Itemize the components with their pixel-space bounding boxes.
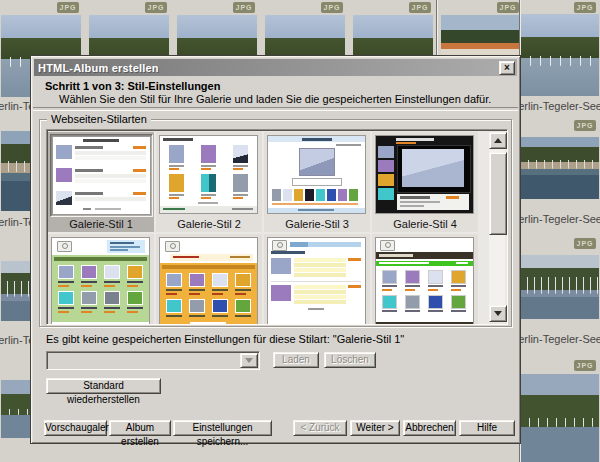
no-saved-settings-text: Es gibt keine gespeicherten Einstellunge… — [46, 333, 404, 345]
style-preview-8 — [375, 237, 474, 325]
html-album-dialog: HTML-Album erstellen × Schritt 1 von 3: … — [30, 55, 521, 444]
camera-logo-icon — [57, 241, 72, 252]
style-preview-4 — [375, 135, 474, 214]
dialog-titlebar[interactable]: HTML-Album erstellen × — [34, 59, 517, 76]
style-option-galerie-stil-1[interactable]: Galerie-Stil 1 — [48, 132, 154, 232]
jpg-badge: JPG — [145, 2, 167, 13]
delete-button: Löschen — [324, 352, 376, 368]
style-option-galerie-stil-4[interactable]: Galerie-Stil 4 — [372, 132, 478, 232]
desktop: JPGBerlin-Tegeler-See...JPGBerlin-Tegele… — [0, 0, 600, 462]
style-option-galerie-stil-2[interactable]: Galerie-Stil 2 — [156, 132, 262, 232]
style-preview-7 — [267, 237, 366, 325]
scroll-down-button[interactable] — [489, 305, 507, 322]
styles-list: Galerie-Stil 1 — [46, 129, 508, 325]
jpg-badge: JPG — [57, 2, 79, 13]
back-button: < Zurück — [293, 420, 347, 436]
style-option-5[interactable] — [48, 234, 154, 325]
dialog-title: HTML-Album erstellen — [34, 62, 499, 74]
load-button: Laden — [273, 352, 319, 368]
scrollbar-thumb[interactable] — [489, 152, 507, 235]
jpg-badge: JPG — [574, 360, 596, 371]
cancel-button[interactable]: Abbrechen — [403, 420, 456, 436]
camera-logo-icon — [165, 241, 180, 252]
dropdown-arrow-button — [240, 353, 258, 368]
jpg-badge: JPG — [574, 238, 596, 249]
style-option-label: Galerie-Stil 2 — [156, 216, 262, 232]
photo-browser-right-pane: JPGBerlin-Tegeler-See...JPGBerlin-Tegele… — [519, 0, 600, 462]
scroll-up-button[interactable] — [489, 132, 507, 149]
jpg-badge: JPG — [497, 2, 519, 13]
photo-thumbnail-cell[interactable]: JPGBerlin-Tegeler-See... — [520, 118, 600, 236]
jpg-badge: JPG — [574, 2, 596, 13]
style-preview-5 — [51, 237, 150, 325]
style-preview-1 — [52, 136, 151, 215]
style-option-7[interactable] — [264, 234, 370, 325]
save-settings-button[interactable]: Einstellungen speichern... — [173, 420, 272, 436]
jpg-badge: JPG — [233, 2, 255, 13]
arrow-down-icon — [494, 311, 502, 316]
restore-default-button[interactable]: Standard wiederherstellen — [46, 378, 161, 394]
style-preview-6 — [159, 237, 258, 325]
arrow-up-icon — [494, 138, 502, 143]
chevron-down-icon — [245, 358, 253, 363]
style-option-8[interactable] — [372, 234, 478, 325]
close-button[interactable]: × — [499, 61, 515, 75]
styles-group-label: Webseiten-Stilarten — [47, 113, 151, 125]
style-option-label: Galerie-Stil 1 — [48, 216, 154, 232]
saved-settings-dropdown — [46, 351, 260, 370]
style-preview-3 — [267, 135, 366, 214]
photo-thumbnail-cell[interactable]: JPGBerlin-Tegeler-See... — [520, 236, 600, 354]
next-button[interactable]: Weiter > — [350, 420, 400, 436]
style-option-galerie-stil-3[interactable]: Galerie-Stil 3 — [264, 132, 370, 232]
style-option-label: Galerie-Stil 4 — [372, 216, 478, 232]
photo-thumbnail — [521, 14, 599, 96]
styles-scrollbar[interactable] — [489, 132, 505, 322]
header-divider — [33, 107, 518, 111]
camera-logo-icon — [380, 240, 395, 251]
jpg-badge: JPG — [321, 2, 343, 13]
create-album-button[interactable]: Album erstellen — [109, 420, 171, 436]
style-preview-2 — [159, 135, 258, 214]
step-description: Wählen Sie den Stil für Ihre Galerie und… — [59, 93, 491, 105]
preview-gallery-button[interactable]: Vorschaugalerie — [44, 420, 107, 436]
jpg-badge: JPG — [409, 2, 431, 13]
photo-thumbnail — [521, 374, 599, 462]
photo-thumbnail-cell[interactable]: JPG — [520, 358, 600, 462]
close-icon: × — [504, 62, 510, 73]
style-option-6[interactable] — [156, 234, 262, 325]
photo-thumbnail-cell[interactable]: JPGBerlin-Tegeler-See... — [520, 0, 600, 118]
style-option-label: Galerie-Stil 3 — [264, 216, 370, 232]
camera-logo-icon — [272, 240, 287, 251]
help-button[interactable]: Hilfe — [459, 420, 515, 436]
step-title: Schritt 1 von 3: Stil-Einstellungen — [45, 80, 220, 92]
jpg-badge: JPG — [574, 120, 596, 131]
photo-thumbnail — [521, 255, 599, 319]
photo-thumbnail — [521, 137, 599, 199]
